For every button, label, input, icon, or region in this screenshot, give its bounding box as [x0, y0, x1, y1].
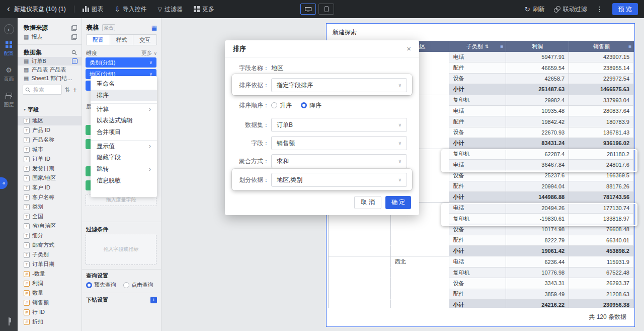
aggregation-select[interactable]: 求和 [271, 154, 407, 168]
field-item[interactable]: 行 ID [18, 307, 82, 317]
search-icon[interactable] [71, 50, 77, 55]
dataset-select[interactable]: 订单B [271, 118, 407, 132]
dataset-item[interactable]: 订单B [18, 57, 82, 65]
cancel-button[interactable]: 取 消 [354, 196, 381, 209]
table-row[interactable]: 西北 电话 6236.44 115931.9 [329, 256, 634, 267]
cell-subcategory: 设备 [449, 127, 507, 138]
context-menu-item[interactable]: 重命名 [91, 78, 157, 90]
import-widget-button[interactable]: 导入控件 [115, 5, 147, 14]
desktop-view-button[interactable] [300, 4, 316, 15]
chart-menu-button[interactable]: 图表 [83, 5, 104, 14]
rail-item-page[interactable]: 页面 [4, 67, 14, 83]
pre-query-radio[interactable]: 预先查询 [86, 281, 116, 289]
field-select[interactable]: 销售额 [271, 136, 407, 150]
copy-icon[interactable] [71, 25, 77, 31]
context-menu-item[interactable]: 以表达式编辑 [91, 115, 157, 126]
datasource-title: 数据来源 [24, 24, 48, 32]
field-item[interactable]: 省/自治区 [18, 221, 82, 231]
field-item[interactable]: 城市 [18, 145, 82, 154]
dataset-item[interactable]: Sheet1 部门结构… [18, 74, 82, 83]
sort-fields-icon[interactable] [65, 86, 70, 93]
dimension-pill[interactable]: 类别(分组) [86, 57, 156, 68]
header-sales[interactable]: 销售额 [569, 41, 634, 52]
header-profit[interactable]: 利润 [506, 41, 569, 52]
partition-select[interactable]: 地区,类别 [271, 173, 407, 187]
preview-button[interactable]: 预 览 [612, 3, 638, 15]
chevron-down-icon[interactable] [149, 60, 152, 65]
field-item[interactable]: 销售额 [18, 298, 82, 307]
table-row[interactable]: 复印机 -19830.61 133818.97 [329, 214, 634, 224]
context-menu-item-clipped[interactable] [91, 186, 157, 197]
refresh-button[interactable]: 刷新 [525, 5, 545, 14]
field-menu-icon[interactable] [501, 44, 504, 49]
field-name-label: 字段名称： [235, 64, 269, 73]
more-menu-button[interactable]: 更多 [194, 5, 214, 14]
field-item[interactable]: 地区 [18, 116, 82, 125]
context-menu-item[interactable]: 跳转 [91, 163, 157, 175]
field-item[interactable]: 邮寄方式 [18, 240, 82, 250]
field-item[interactable]: 产品 ID [18, 125, 82, 135]
field-item[interactable]: 类别 [18, 202, 82, 212]
config-tab[interactable]: 配置 [87, 35, 110, 45]
table-row[interactable]: 配件 3859.49 21208.63 [329, 289, 634, 300]
click-query-radio[interactable]: 点击查询 [123, 281, 153, 289]
filter-drop-zone[interactable]: 拖入字段或指标 [86, 234, 156, 265]
field-item[interactable]: 发货日期 [18, 164, 82, 173]
config-tab[interactable]: 交互 [133, 35, 156, 45]
context-menu-item[interactable]: 排序 [91, 90, 157, 101]
rail-item-config[interactable]: 配置 [4, 41, 14, 57]
ascending-radio[interactable]: 升序 [271, 101, 292, 110]
field-item[interactable]: 订单 ID [18, 154, 82, 164]
field-item[interactable]: -数量 [18, 269, 82, 279]
switch-chart-icon[interactable] [151, 24, 157, 31]
header-subcategory[interactable]: 子类别 [449, 41, 507, 52]
field-item[interactable]: 客户名称 [18, 192, 82, 202]
mobile-view-button[interactable] [318, 4, 334, 15]
close-icon[interactable] [407, 44, 411, 53]
field-item[interactable]: 子类别 [18, 250, 82, 259]
cell-sales: 281180.2 [569, 149, 634, 160]
copy-icon[interactable] [71, 34, 77, 40]
kebab-menu-icon[interactable] [596, 5, 603, 13]
collapse-back-icon[interactable] [4, 24, 14, 34]
field-item[interactable]: 全国 [18, 212, 82, 221]
field-item[interactable]: 客户 ID [18, 183, 82, 192]
ok-button[interactable]: 确 定 [385, 196, 411, 209]
table-row[interactable]: 小计 24216.22 230956.38 [329, 300, 634, 308]
descending-radio[interactable]: 降序 [301, 101, 321, 110]
toggle-sidebar-button[interactable] [9, 318, 10, 325]
back-icon[interactable] [7, 4, 10, 13]
context-menu-item[interactable]: 合并项目 [91, 126, 157, 138]
filter-menu-button[interactable]: 过滤器 [158, 5, 183, 14]
field-menu-icon[interactable] [628, 44, 631, 49]
context-menu-item[interactable]: 信息脱敏 [91, 175, 157, 186]
table-row[interactable]: 设备 10174.98 76608.48 [329, 224, 634, 235]
table-row[interactable]: 复印机 10776.98 67522.48 [329, 268, 634, 278]
config-tab[interactable]: 样式 [110, 35, 134, 45]
field-item[interactable]: 利润 [18, 279, 82, 288]
field-item[interactable]: 数量 [18, 288, 82, 298]
more-dropdown[interactable]: 更多 [141, 49, 157, 57]
field-item[interactable]: 国家/地区 [18, 173, 82, 183]
rail-item-layer[interactable]: 图层 [4, 93, 14, 108]
table-row[interactable]: 小计 19061.42 453898.2 [329, 246, 634, 256]
linkage-filter-button[interactable]: 联动过滤 [554, 5, 587, 14]
context-menu-item[interactable]: 计算 [91, 103, 157, 115]
context-menu-item[interactable]: 隐藏字段 [91, 152, 157, 163]
field-item[interactable]: 细分 [18, 231, 82, 240]
field-item[interactable]: 产品名称 [18, 135, 82, 145]
add-drill-icon[interactable] [150, 297, 157, 303]
dataset-item[interactable]: 产品表 产品表 [18, 65, 82, 74]
sort-icon[interactable] [485, 44, 489, 49]
fields-section-header[interactable]: 字段 [18, 103, 82, 116]
report-item[interactable]: 报表 [18, 32, 82, 41]
add-field-icon[interactable] [73, 86, 77, 93]
table-row[interactable]: 配件 8222.79 66340.01 [329, 235, 634, 246]
cell-profit: 42658.7 [506, 74, 569, 84]
sort-by-select[interactable]: 指定字段排序 [271, 78, 407, 92]
table-row[interactable]: 设备 3343.31 26293.37 [329, 278, 634, 289]
dataset-action-icon[interactable] [72, 58, 77, 64]
field-item[interactable]: 订单日期 [18, 259, 82, 269]
field-item[interactable]: 折扣 [18, 317, 82, 326]
context-menu-item[interactable]: 显示值 [91, 140, 157, 152]
